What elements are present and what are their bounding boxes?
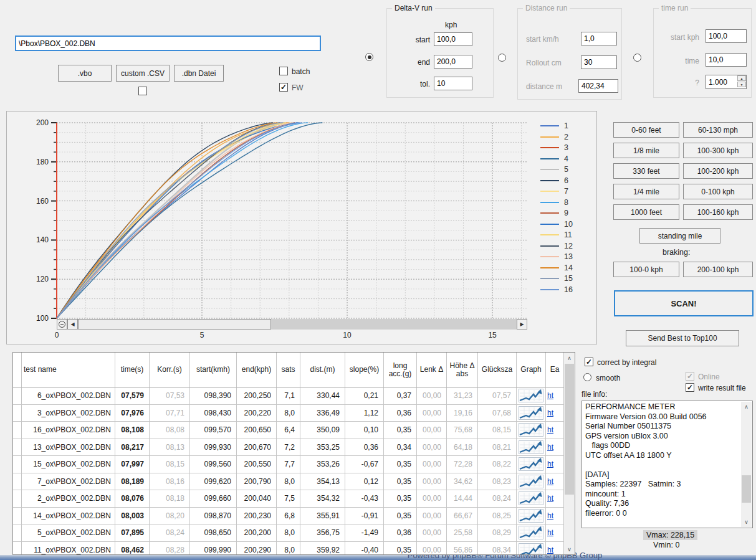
column-header[interactable]: test name <box>22 353 115 387</box>
scroll-up-icon[interactable]: ∧ <box>564 353 575 363</box>
table-scrollbar-thumb[interactable] <box>565 364 574 495</box>
file-path-input[interactable] <box>15 36 321 51</box>
scroll-left-icon[interactable]: ◀ <box>67 319 78 330</box>
result-link[interactable]: ht <box>546 524 564 542</box>
run-button[interactable]: 330 feet <box>613 163 679 179</box>
result-link[interactable]: ht <box>546 508 564 525</box>
spinner-up-icon[interactable]: ▲ <box>737 75 746 81</box>
correct-by-integral-checkbox[interactable]: ✓ <box>585 358 593 366</box>
delta-v-start-input[interactable] <box>434 32 472 46</box>
column-header[interactable]: Graph <box>517 353 546 387</box>
column-header[interactable]: end(kph) <box>237 353 277 387</box>
run-button[interactable]: 100-300 kph <box>683 143 753 158</box>
fw-checkbox[interactable]: ✓ <box>279 83 288 92</box>
graph-icon[interactable] <box>517 542 546 556</box>
column-header[interactable]: slope(%) <box>345 353 384 387</box>
time-run-start-input[interactable] <box>706 29 747 43</box>
custom-csv-button[interactable]: custom .CSV <box>116 65 170 82</box>
braking-200-100-button[interactable]: 200-100 kph <box>683 262 753 277</box>
row-selector[interactable] <box>13 473 22 491</box>
scroll-down-icon[interactable]: ∨ <box>741 517 752 527</box>
result-link[interactable]: ht <box>546 473 564 491</box>
distance-m-input[interactable] <box>578 79 618 93</box>
graph-icon[interactable] <box>517 405 546 422</box>
rollout-input[interactable] <box>581 55 617 69</box>
dbn-datei-button[interactable]: .dbn Datei <box>174 65 224 82</box>
column-header[interactable]: long acc.(g) <box>384 353 417 387</box>
run-button[interactable]: 60-130 mph <box>683 122 753 138</box>
graph-icon[interactable] <box>517 456 546 473</box>
run-button[interactable]: 100-200 kph <box>683 163 753 179</box>
row-selector[interactable] <box>13 422 22 439</box>
delta-v-end-input[interactable] <box>434 55 472 69</box>
result-link[interactable]: ht <box>546 422 564 439</box>
batch-checkbox[interactable] <box>279 67 288 75</box>
graph-icon[interactable] <box>517 439 546 457</box>
column-header[interactable]: Ea <box>546 353 564 387</box>
time-input[interactable] <box>706 53 747 67</box>
column-header[interactable]: Höhe Δ abs <box>447 353 478 387</box>
run-button[interactable]: 0-60 feet <box>613 122 679 138</box>
vbo-button[interactable]: .vbo <box>58 65 112 82</box>
column-header[interactable]: start(kmh) <box>190 353 237 387</box>
run-button[interactable]: 1/4 mile <box>613 184 679 199</box>
file-info-scrollbar[interactable]: ∧ ∨ <box>741 402 752 527</box>
delta-v-tol-input[interactable] <box>434 77 472 90</box>
file-info-box[interactable]: PERFORMANCE METER Firmware Version 03.00… <box>581 401 753 528</box>
scroll-right-icon[interactable]: ▶ <box>517 319 527 330</box>
run-button[interactable]: 0-100 kph <box>683 184 753 199</box>
run-button[interactable]: 1000 feet <box>613 204 679 220</box>
spinner-down-icon[interactable]: ▼ <box>737 82 746 87</box>
scroll-down-icon[interactable]: ∨ <box>564 544 575 554</box>
write-result-file-checkbox[interactable]: ✓ <box>686 383 694 392</box>
chart-scrollbar[interactable]: ◀ ▶ <box>57 319 527 330</box>
braking-100-0-button[interactable]: 100-0 kph <box>613 262 679 277</box>
result-link[interactable]: ht <box>546 490 564 508</box>
graph-icon[interactable] <box>517 524 546 542</box>
delta-v-radio[interactable] <box>365 53 373 61</box>
row-selector[interactable] <box>13 524 22 542</box>
run-button[interactable]: 100-160 kph <box>683 204 753 220</box>
graph-icon[interactable] <box>517 473 546 491</box>
row-selector[interactable] <box>13 439 22 457</box>
table-cell: 099,660 <box>190 490 237 508</box>
result-link[interactable]: ht <box>546 387 564 405</box>
column-header[interactable]: time(s) <box>115 353 150 387</box>
file-info-scrollbar-thumb[interactable] <box>742 475 751 503</box>
result-link[interactable]: ht <box>546 542 564 556</box>
send-best-button[interactable]: Send Best to Top100 <box>626 330 739 346</box>
column-header[interactable] <box>13 353 22 387</box>
table-scrollbar[interactable]: ∧ ∨ <box>564 353 575 554</box>
row-selector[interactable] <box>13 490 22 508</box>
result-link[interactable]: ht <box>546 456 564 473</box>
time-run-radio[interactable] <box>633 54 641 62</box>
scan-button[interactable]: SCAN! <box>614 290 754 316</box>
column-header[interactable]: Glücksza <box>478 353 517 387</box>
row-selector[interactable] <box>13 508 22 525</box>
row-selector[interactable] <box>13 405 22 422</box>
result-link[interactable]: ht <box>546 439 564 457</box>
scroll-up-icon[interactable]: ∧ <box>741 402 752 412</box>
column-header[interactable]: Korr.(s) <box>150 353 190 387</box>
graph-icon[interactable] <box>517 387 546 405</box>
row-selector[interactable] <box>13 542 22 556</box>
column-header[interactable]: Lenk Δ <box>417 353 447 387</box>
smooth-radio[interactable] <box>583 373 591 381</box>
run-button[interactable]: 1/8 mile <box>613 143 679 158</box>
graph-icon[interactable] <box>517 490 546 508</box>
zoom-out-icon[interactable] <box>57 319 67 330</box>
result-link[interactable]: ht <box>546 405 564 422</box>
column-header[interactable]: sats <box>277 353 300 387</box>
graph-icon[interactable] <box>517 422 546 439</box>
csv-option-checkbox[interactable] <box>138 87 147 95</box>
distance-run-radio[interactable] <box>498 54 506 62</box>
chart-scrollbar-thumb[interactable] <box>78 319 271 330</box>
graph-icon[interactable] <box>517 508 546 525</box>
table-cell: 7,1 <box>277 387 300 405</box>
table-cell: 200,200 <box>237 524 277 542</box>
column-header[interactable]: dist.(m) <box>300 353 345 387</box>
distance-start-input[interactable] <box>581 32 617 45</box>
standing-mile-button[interactable]: standing mile <box>639 228 720 244</box>
row-selector[interactable] <box>13 456 22 473</box>
row-selector[interactable] <box>13 387 22 405</box>
